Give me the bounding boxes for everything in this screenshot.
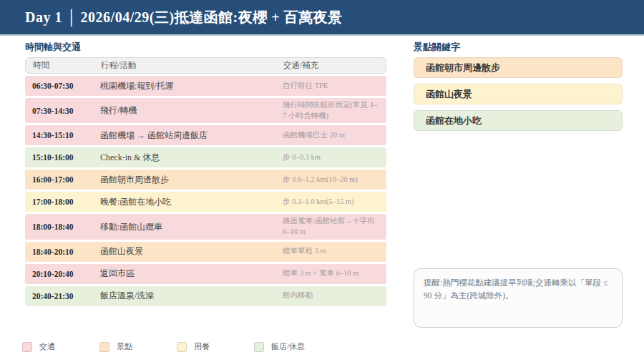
row-transport: 路面電車:函館站前→十字街 6–10 m bbox=[283, 216, 381, 237]
row-time: 20:10-20:40 bbox=[32, 270, 100, 278]
table-row: 16:00-17:00 函館朝市周邊散步 步 0.6–1.2 km(10–20 … bbox=[25, 170, 386, 190]
row-activity: 返回市區 bbox=[100, 268, 283, 280]
row-activity: 飛行/轉機 bbox=[100, 104, 283, 117]
table-row: 18:40-20:10 函館山夜景 纜車單程 3 m bbox=[25, 242, 386, 262]
legend-item-meal: 用餐 bbox=[177, 341, 210, 352]
day-header-bar: Day 1 │ 2026/04/29(三)抵達函館:夜櫻 + 百萬夜景 bbox=[0, 0, 644, 36]
row-time: 18:40-20:10 bbox=[32, 248, 100, 256]
row-transport: 步 0.6–1.2 km(10–20 m) bbox=[283, 175, 381, 185]
row-transport: 飛行時間依航班而定(常見 4–7 小時含轉機) bbox=[283, 100, 381, 121]
row-activity: 飯店溫泉/洗澡 bbox=[100, 290, 283, 302]
table-row: 20:40-21:30 飯店溫泉/洗澡 館內移動 bbox=[25, 286, 386, 306]
row-transport: 函館機場巴士 20 m bbox=[283, 130, 381, 141]
sight-color-swatch bbox=[99, 342, 109, 352]
keyword-card: 函館山夜景 bbox=[414, 84, 623, 104]
table-row: 17:00-18:00 晚餐:函館在地小吃 步 0.3–1.0 km(5–15 … bbox=[25, 192, 386, 212]
row-transport: 步 0–0.3 km bbox=[283, 152, 381, 163]
legend-label: 景點 bbox=[117, 341, 132, 352]
keyword-label: 函館朝市周邊散步 bbox=[426, 62, 500, 74]
keyword-label: 函館山夜景 bbox=[426, 88, 472, 101]
keywords-section: 景點關鍵字 函館朝市周邊散步 函館山夜景 函館在地小吃 bbox=[414, 41, 623, 137]
reminder-note: 提醒:熱門櫻花點建議提早到場;交通轉乘以「單段 ≤ 90 分」為主(跨城除外)。 bbox=[414, 268, 623, 328]
legend-item-transport: 交通 bbox=[22, 341, 55, 352]
legend-label: 用餐 bbox=[194, 341, 210, 352]
row-time: 06:30-07:30 bbox=[32, 82, 100, 90]
row-time: 20:40-21:30 bbox=[32, 292, 100, 300]
column-header-time: 時間 bbox=[33, 60, 101, 71]
timeline-section-title: 時間軸與交通 bbox=[25, 41, 386, 54]
keyword-card: 函館朝市周邊散步 bbox=[414, 57, 623, 78]
row-time: 16:00-17:00 bbox=[32, 175, 100, 184]
table-row: 18:00-18:40 移動:函館山纜車 路面電車:函館站前→十字街 6–10 … bbox=[25, 214, 386, 239]
row-transport: 步 0.3–1.0 km(5–15 m) bbox=[283, 197, 381, 207]
legend-label: 交通 bbox=[39, 341, 55, 352]
reminder-text: 提醒:熱門櫻花點建議提早到場;交通轉乘以「單段 ≤ 90 分」為主(跨城除外)。 bbox=[424, 278, 608, 300]
row-transport: 纜車 3 m + 電車 6–10 m bbox=[283, 268, 381, 279]
row-activity: 函館朝市周邊散步 bbox=[100, 174, 283, 186]
day-title: Day 1 │ 2026/04/29(三)抵達函館:夜櫻 + 百萬夜景 bbox=[25, 8, 343, 27]
transport-color-swatch bbox=[22, 342, 32, 352]
timeline-table-header: 時間 行程/活動 交通/補充 bbox=[25, 57, 386, 74]
row-activity: 函館山夜景 bbox=[100, 245, 283, 258]
row-time: 14:30-15:10 bbox=[32, 131, 100, 140]
legend-item-hotel: 飯店/休息 bbox=[254, 341, 305, 352]
row-time: 17:00-18:00 bbox=[32, 197, 100, 206]
legend-label: 飯店/休息 bbox=[271, 341, 305, 352]
keywords-section-title: 景點關鍵字 bbox=[414, 41, 623, 54]
column-header-activity: 行程/活動 bbox=[101, 60, 283, 71]
hotel-color-swatch bbox=[254, 342, 264, 352]
table-row: 14:30-15:10 函館機場 → 函館站周邊飯店 函館機場巴士 20 m bbox=[25, 125, 386, 145]
row-activity: Check-in & 休息 bbox=[100, 152, 283, 164]
table-row: 20:10-20:40 返回市區 纜車 3 m + 電車 6–10 m bbox=[25, 264, 386, 284]
row-time: 15:10-16:00 bbox=[32, 153, 100, 162]
timeline-section: 時間軸與交通 時間 行程/活動 交通/補充 06:30-07:30 桃園機場:報… bbox=[25, 41, 386, 306]
row-transport: 自行前往 TPE bbox=[283, 81, 381, 92]
row-activity: 晚餐:函館在地小吃 bbox=[100, 196, 283, 208]
row-transport: 纜車單程 3 m bbox=[283, 246, 381, 257]
table-row: 07:30-14:30 飛行/轉機 飛行時間依航班而定(常見 4–7 小時含轉機… bbox=[25, 98, 386, 123]
table-row: 15:10-16:00 Check-in & 休息 步 0–0.3 km bbox=[25, 147, 386, 167]
table-row: 06:30-07:30 桃園機場:報到/托運 自行前往 TPE bbox=[25, 76, 386, 96]
row-time: 07:30-14:30 bbox=[32, 107, 100, 115]
legend: 交通 景點 用餐 飯店/休息 bbox=[22, 341, 305, 352]
timeline-rows: 06:30-07:30 桃園機場:報到/托運 自行前往 TPE 07:30-14… bbox=[25, 76, 386, 306]
column-header-transport: 交通/補充 bbox=[283, 60, 386, 71]
keyword-card: 函館在地小吃 bbox=[414, 110, 623, 131]
row-time: 18:00-18:40 bbox=[32, 222, 100, 231]
row-activity: 函館機場 → 函館站周邊飯店 bbox=[100, 129, 283, 142]
row-activity: 移動:函館山纜車 bbox=[100, 221, 283, 233]
row-transport: 館內移動 bbox=[283, 290, 381, 301]
legend-item-sight: 景點 bbox=[99, 341, 132, 352]
row-activity: 桃園機場:報到/托運 bbox=[100, 80, 283, 92]
meal-color-swatch bbox=[177, 342, 187, 352]
keyword-label: 函館在地小吃 bbox=[426, 114, 482, 127]
